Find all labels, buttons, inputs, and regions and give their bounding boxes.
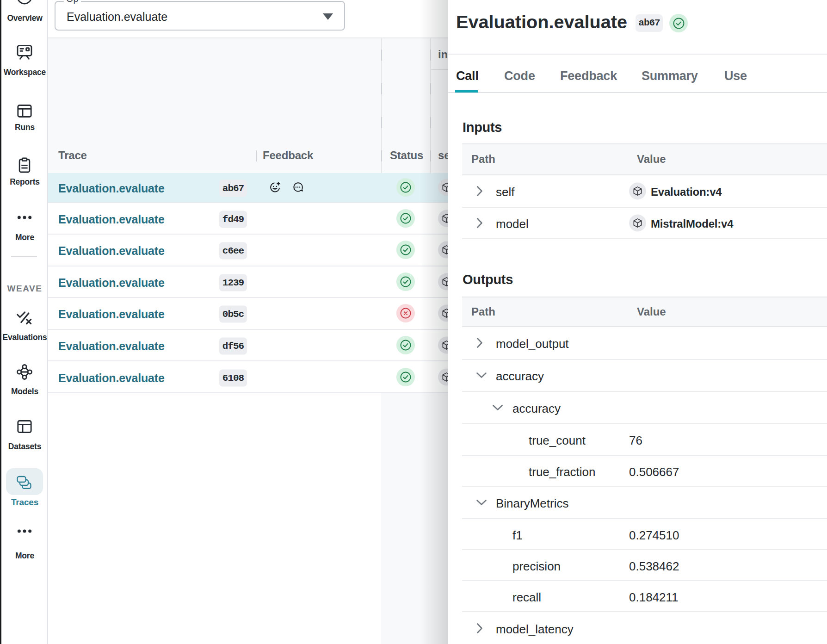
svg-text:Evaluation.evaluate: Evaluation.evaluate (456, 12, 627, 32)
